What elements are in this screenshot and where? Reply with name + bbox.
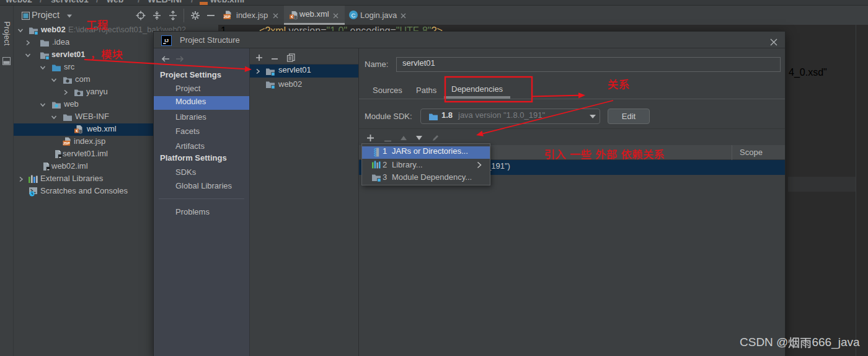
svg-text:JSP: JSP [224,15,231,19]
svg-text:IJ: IJ [164,38,169,43]
svg-text:C: C [352,12,356,19]
svg-text:JSP: JSP [63,141,70,145]
